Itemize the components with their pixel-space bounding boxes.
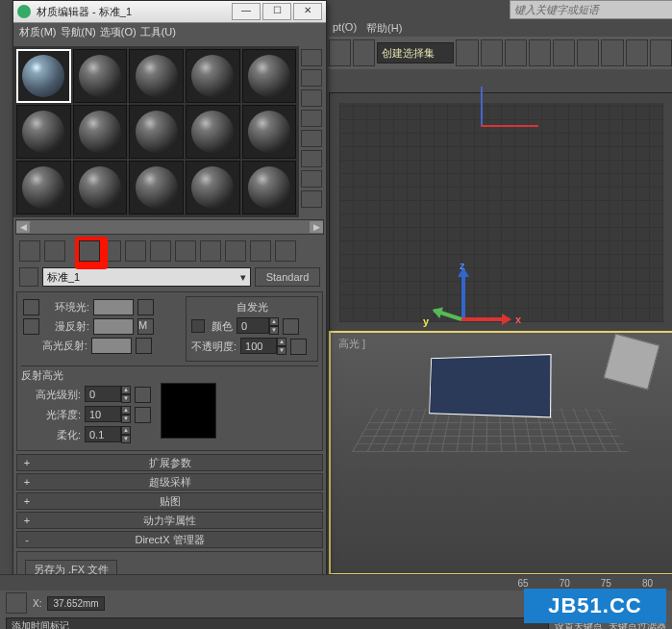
spinner-icon[interactable]: ▲▼ (277, 338, 286, 355)
sample-slot[interactable] (186, 105, 240, 159)
lock-selection-icon[interactable] (6, 592, 27, 614)
self-illum-value[interactable]: 0 (236, 317, 269, 334)
self-illum-color-checkbox[interactable] (191, 319, 205, 333)
sample-slot[interactable] (129, 105, 184, 159)
put-to-library-icon[interactable] (150, 240, 171, 262)
backlight-icon[interactable] (301, 69, 322, 87)
show-end-result-icon[interactable] (225, 240, 246, 262)
glossiness-map-button[interactable] (135, 407, 151, 423)
specular-map-button[interactable] (136, 338, 152, 354)
toolbar-button[interactable] (456, 39, 478, 66)
material-type-button[interactable]: Standard (255, 267, 320, 287)
layers-button[interactable] (529, 39, 551, 66)
rollup-dynamics[interactable]: +动力学属性 (16, 512, 323, 529)
go-forward-icon[interactable] (275, 240, 296, 262)
menu-options[interactable]: 选项(O) (100, 25, 137, 44)
sample-slot-selected[interactable] (16, 49, 71, 103)
viewport-label: 高光 ] (338, 337, 365, 351)
sphere-icon (191, 111, 234, 153)
time-tag-field[interactable]: 添加时间标记 (6, 617, 549, 629)
ambient-color-swatch[interactable] (93, 299, 134, 315)
sample-slot[interactable] (129, 49, 184, 103)
top-viewport[interactable] (329, 92, 672, 333)
plane-object[interactable] (429, 354, 551, 417)
material-id-channel-icon[interactable] (175, 240, 196, 262)
gizmo-x-axis-icon[interactable] (461, 317, 510, 321)
video-check-icon[interactable] (301, 130, 322, 147)
menu-tools[interactable]: 工具(U) (140, 25, 176, 44)
sample-slot[interactable] (129, 161, 184, 214)
get-material-icon[interactable] (19, 240, 40, 262)
material-id-icon[interactable] (301, 190, 322, 208)
spinner-icon[interactable]: ▲▼ (121, 406, 131, 423)
curve-editor-button[interactable] (553, 39, 575, 66)
sample-slot[interactable] (73, 161, 128, 214)
sample-slot[interactable] (186, 49, 240, 103)
diffuse-map-button[interactable]: M (137, 318, 154, 335)
rollup-directx-manager[interactable]: -DirectX 管理器 (16, 531, 323, 548)
sample-slot[interactable] (73, 49, 128, 103)
eyedropper-icon[interactable] (19, 267, 38, 287)
rollup-maps[interactable]: +贴图 (16, 492, 323, 510)
preview-icon[interactable] (301, 150, 322, 167)
menu-navigate[interactable]: 导航(N) (61, 25, 96, 44)
show-in-viewport-icon[interactable] (200, 240, 221, 262)
sample-slot[interactable] (242, 161, 297, 214)
sample-slot[interactable] (242, 49, 297, 103)
keyword-search-input[interactable]: 键入关键字或短语 (510, 0, 672, 19)
material-name-input[interactable]: 标准_1 (42, 267, 251, 287)
specular-level-map-button[interactable] (135, 387, 151, 403)
minimize-button[interactable]: — (232, 3, 261, 20)
menu-material[interactable]: 材质(M) (19, 25, 57, 44)
uv-tile-icon[interactable] (301, 110, 322, 127)
self-illum-map-button[interactable] (283, 318, 299, 335)
lock-diffuse-specular-icon[interactable] (23, 318, 39, 335)
sample-slot[interactable] (242, 105, 297, 159)
maximize-button[interactable]: ☐ (262, 3, 291, 20)
background-icon[interactable] (301, 89, 322, 107)
material-editor-button[interactable] (601, 39, 623, 66)
copy-icon[interactable] (125, 240, 146, 262)
specular-level-value[interactable]: 0 (85, 386, 121, 402)
go-parent-icon[interactable] (250, 240, 271, 262)
toolbar-button[interactable] (329, 39, 351, 66)
opacity-map-button[interactable] (290, 339, 307, 355)
sample-type-icon[interactable] (301, 49, 322, 66)
sample-slot[interactable] (186, 161, 240, 214)
x-coord-field[interactable]: 37.652mm (47, 596, 104, 611)
sample-slot[interactable] (16, 105, 71, 159)
selection-set-dropdown[interactable]: 创建选择集 (377, 42, 454, 63)
ambient-map-button[interactable] (137, 299, 154, 315)
scroll-left-icon[interactable]: ◀ (16, 221, 30, 233)
opacity-value[interactable]: 100 (240, 338, 277, 354)
sample-scrollbar[interactable]: ◀ ▶ (15, 219, 324, 235)
render-setup-button[interactable] (626, 39, 648, 66)
soften-value[interactable]: 0.1 (85, 426, 121, 442)
render-button[interactable] (650, 39, 672, 66)
sphere-icon (136, 111, 178, 153)
align-button[interactable] (505, 39, 527, 66)
rollup-supersampling[interactable]: +超级采样 (16, 473, 323, 491)
close-button[interactable]: ✕ (293, 3, 322, 20)
lock-ambient-diffuse-icon[interactable] (23, 299, 39, 315)
options-icon[interactable] (301, 170, 322, 188)
menu-help[interactable]: 帮助(H) (362, 19, 406, 37)
toolbar-button[interactable] (353, 39, 375, 66)
spinner-icon[interactable]: ▲▼ (269, 317, 279, 335)
schematic-button[interactable] (577, 39, 599, 66)
spinner-icon[interactable]: ▲▼ (121, 426, 131, 443)
spinner-icon[interactable]: ▲▼ (121, 386, 131, 403)
assign-to-selection-button[interactable] (79, 240, 100, 262)
dialog-titlebar[interactable]: 材质编辑器 - 标准_1 — ☐ ✕ (13, 1, 326, 23)
diffuse-color-swatch[interactable] (93, 318, 134, 335)
sample-slot[interactable] (73, 105, 128, 159)
menu-fragment[interactable]: pt(O) (329, 19, 361, 37)
specular-color-swatch[interactable] (91, 338, 132, 354)
sample-slot[interactable] (16, 161, 71, 214)
mirror-button[interactable] (481, 39, 503, 66)
scroll-right-icon[interactable]: ▶ (310, 221, 323, 233)
gizmo-z-axis-icon[interactable] (461, 269, 465, 317)
put-to-scene-icon[interactable] (44, 240, 65, 262)
glossiness-value[interactable]: 10 (85, 406, 121, 422)
rollup-extended-params[interactable]: +扩展参数 (16, 454, 323, 471)
